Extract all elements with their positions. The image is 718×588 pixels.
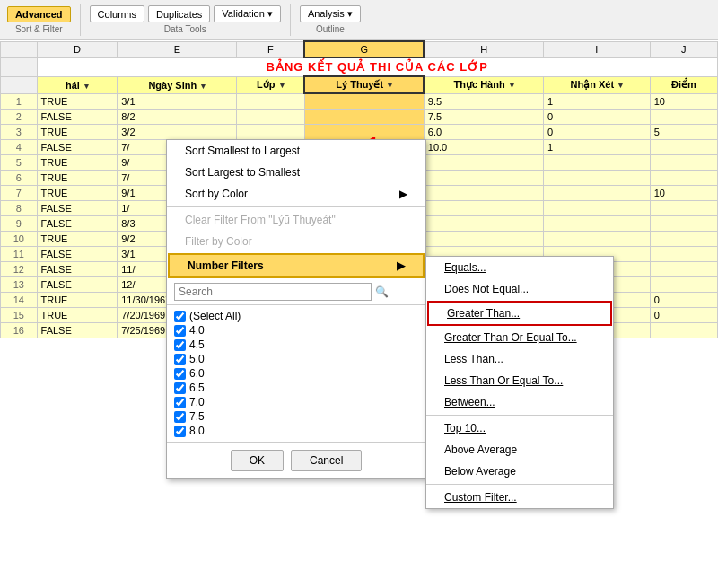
equals-item[interactable]: Equals... [426, 257, 613, 278]
ribbon-data-tools-group: Columns Duplicates Validation ▾ Data Too… [90, 5, 281, 34]
search-box-container: 🔍 [167, 279, 425, 305]
col-header-i: I [543, 41, 650, 57]
ok-button[interactable]: OK [231, 450, 284, 471]
sort-asc-item[interactable]: Sort Smallest to Largest [167, 140, 425, 162]
advanced-button[interactable]: Advanced [7, 6, 71, 22]
col-header-f: F [237, 41, 304, 57]
table-row: 1 TRUE3/19.5110 [1, 93, 718, 109]
greater-than-item[interactable]: Greater Than... [427, 301, 612, 326]
data-tools-label: Data Tools [164, 24, 206, 34]
col-header-ngaysinh[interactable]: Ngày Sinh ▾ [118, 76, 237, 93]
col-header-thai[interactable]: hái ▾ [37, 76, 118, 93]
col-header-nhan-xet[interactable]: Nhận Xét ▾ [543, 76, 650, 93]
check-item-8-0[interactable]: 8.0 [174, 424, 418, 438]
cancel-button[interactable]: Cancel [291, 450, 362, 471]
clear-filter-item[interactable]: Clear Filter From "Lýũ Thuyeát" [167, 209, 425, 231]
less-than-equal-item[interactable]: Less Than Or Equal To... [426, 370, 613, 391]
filter-by-color-item[interactable]: Filter by Color [167, 231, 425, 252]
select-all-item[interactable]: (Select All) [174, 309, 418, 323]
greater-than-equal-item[interactable]: Greater Than Or Equal To... [426, 327, 613, 348]
sort-desc-item[interactable]: Sort Largest to Smallest [167, 162, 425, 183]
select-all-checkbox[interactable] [174, 311, 186, 322]
between-item[interactable]: Between... [426, 391, 613, 413]
col-header-j: J [650, 41, 717, 57]
table-row: 3 TRUE3/26.005 [1, 124, 718, 139]
above-average-item[interactable]: Above Average [426, 439, 613, 461]
ribbon-outline-group: Analysis ▾ Outline [300, 5, 361, 34]
validation-button[interactable]: Validation ▾ [214, 5, 281, 22]
check-item-4-0[interactable]: 4.0 [174, 323, 418, 338]
header-row: hái ▾ Ngày Sinh ▾ Lớp ▾ Lý Thuyết ▾ Thực… [1, 76, 718, 93]
filter-buttons: OK Cancel [167, 443, 425, 478]
col-header-thuc-hanh[interactable]: Thực Hành ▾ [424, 76, 543, 93]
sort-color-item[interactable]: Sort by Color▶ [167, 183, 425, 205]
columns-button[interactable]: Columns [90, 5, 144, 22]
custom-filter-item[interactable]: Custom Filter... [426, 487, 613, 508]
col-header-h: H [424, 41, 543, 57]
title-row: BẢNG KẾT QUẢ THI CỦA CÁC LỚP [1, 57, 718, 76]
col-header-d: D [37, 41, 118, 57]
check-item-7-0[interactable]: 7.0 [174, 395, 418, 409]
outline-label: Outline [316, 24, 345, 34]
check-item-6-0[interactable]: 6.0 [174, 366, 418, 381]
col-header-e: E [118, 41, 237, 57]
filter-dropdown: Sort Smallest to Largest Sort Largest to… [166, 139, 426, 479]
ribbon: Advanced Sort & Filter Columns Duplicate… [0, 0, 718, 40]
top10-item[interactable]: Top 10... [426, 417, 613, 439]
col-header-row: D E F G H I J [1, 41, 718, 57]
col-header-g: G [304, 41, 424, 57]
col-header-lop[interactable]: Lớp ▾ [237, 76, 304, 93]
col-header-diem[interactable]: Điểm [650, 76, 717, 93]
number-filters-item[interactable]: Number Filters▶ [168, 253, 425, 278]
search-icon: 🔍 [375, 285, 389, 298]
checklist-container[interactable]: (Select All) 4.0 4.5 5.0 6.0 6.5 7.0 7.5… [167, 305, 425, 443]
search-input[interactable] [174, 283, 372, 301]
sort-filter-label: Sort & Filter [15, 24, 63, 34]
check-item-4-5[interactable]: 4.5 [174, 338, 418, 352]
duplicates-button[interactable]: Duplicates [148, 5, 210, 22]
check-item-7-5[interactable]: 7.5 [174, 409, 418, 424]
table-row: 2 FALSE8/27.50 [1, 109, 718, 124]
check-item-5-0[interactable]: 5.0 [174, 352, 418, 366]
sheet-title: BẢNG KẾT QUẢ THI CỦA CÁC LỚP [37, 57, 717, 76]
less-than-item[interactable]: Less Than... [426, 348, 613, 370]
number-filters-submenu: Equals... Does Not Equal... Greater Than… [425, 256, 614, 509]
col-header-ly-thuyet[interactable]: Lý Thuyết ▾ [304, 76, 424, 93]
analysis-button[interactable]: Analysis ▾ [300, 5, 361, 22]
ribbon-sort-filter-group: Advanced Sort & Filter [7, 6, 71, 34]
check-item-6-5[interactable]: 6.5 [174, 381, 418, 395]
below-average-item[interactable]: Below Average [426, 461, 613, 482]
does-not-equal-item[interactable]: Does Not Equal... [426, 278, 613, 300]
